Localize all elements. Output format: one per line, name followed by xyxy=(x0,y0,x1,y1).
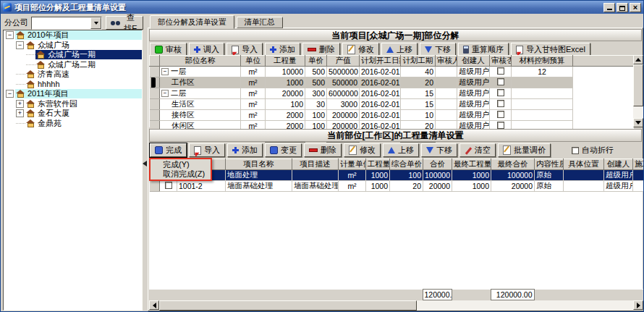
tree-item[interactable]: +金石大厦 xyxy=(4,109,142,119)
table-row[interactable]: −一层m²1000050050000002016-02-0140超级用户12 xyxy=(150,67,634,77)
checkbox-icon[interactable] xyxy=(497,67,504,75)
tab-parts-and-boq[interactable]: 部位分解及清单设置 xyxy=(150,15,234,29)
expander-minus-icon[interactable]: − xyxy=(6,31,14,39)
branch-combobox[interactable] xyxy=(31,17,102,30)
audited-checkbox-cell[interactable] xyxy=(490,88,512,99)
part-name-cell[interactable]: −二层 xyxy=(160,88,241,99)
nature-cell[interactable]: 原始 xyxy=(535,181,564,192)
start-date-cell[interactable]: 2016-02-01 xyxy=(360,77,401,88)
final-qty-cell[interactable]: 1000 xyxy=(452,181,491,192)
duration-cell[interactable]: 20 xyxy=(401,77,436,88)
material-budget-cell[interactable] xyxy=(512,77,573,88)
tree-item[interactable]: −2011年项目 xyxy=(4,89,142,99)
move-up-button[interactable]: 上移 xyxy=(383,143,419,157)
checkbox-icon[interactable] xyxy=(497,122,504,129)
expander-plus-icon[interactable]: + xyxy=(16,109,24,117)
auditor-cell[interactable] xyxy=(436,110,457,121)
price-cell[interactable]: 500 xyxy=(305,67,327,77)
row-indicator[interactable] xyxy=(150,110,160,121)
total-cell[interactable]: 20000 xyxy=(423,181,452,192)
expander-minus-icon[interactable]: − xyxy=(161,90,169,97)
autowrap-checkbox[interactable]: 自动折行 xyxy=(572,145,614,156)
total-cell[interactable]: 100000 xyxy=(423,170,452,181)
modify-button[interactable]: 修改 xyxy=(344,143,381,157)
expander-minus-icon[interactable]: − xyxy=(6,90,14,98)
column-header[interactable]: 最终合价 xyxy=(491,159,535,170)
tree-item[interactable]: 济青高速 xyxy=(4,69,142,80)
material-budget-cell[interactable] xyxy=(512,110,573,121)
column-header[interactable]: 审核人 xyxy=(436,56,457,67)
column-header[interactable]: 具体位置 xyxy=(564,159,604,170)
expander-plus-icon[interactable]: + xyxy=(16,100,24,108)
unit-cell[interactable]: m² xyxy=(241,77,266,88)
audited-checkbox-cell[interactable] xyxy=(490,110,512,121)
auditor-cell[interactable] xyxy=(436,88,457,99)
creator-cell[interactable]: 超级用户 xyxy=(457,88,490,99)
tree-item[interactable]: hhhhh xyxy=(4,80,142,90)
price-cell[interactable]: 300 xyxy=(305,88,327,99)
close-button[interactable]: × xyxy=(630,3,641,12)
duration-cell[interactable]: 10 xyxy=(401,110,436,121)
minimize-button[interactable] xyxy=(603,3,615,12)
final-total-cell[interactable]: 20000 xyxy=(491,181,535,192)
auditor-cell[interactable] xyxy=(436,67,457,77)
import-button[interactable]: 导入 xyxy=(189,143,225,157)
unit-cell[interactable]: m² xyxy=(241,99,266,110)
qty-cell[interactable]: 20000 xyxy=(266,88,305,99)
duration-cell[interactable]: 40 xyxy=(401,67,436,77)
start-date-cell[interactable]: 2016-02-01 xyxy=(360,99,401,110)
auditor-cell[interactable] xyxy=(436,77,457,88)
column-header[interactable]: 创建人 xyxy=(457,56,490,67)
checkbox-icon[interactable] xyxy=(497,100,504,107)
column-header[interactable]: 创建人 xyxy=(604,159,633,170)
delete-button[interactable]: 删除 xyxy=(304,143,342,157)
tree-item[interactable]: +东营软件园 xyxy=(4,99,142,109)
output-cell[interactable]: 5000000 xyxy=(327,67,360,77)
qty-cell[interactable]: 1000 xyxy=(366,170,390,181)
price-cell[interactable]: 100 xyxy=(305,110,327,121)
material-budget-cell[interactable]: 12 xyxy=(512,67,573,77)
column-header[interactable]: 内容性质 xyxy=(535,159,564,170)
maximize-button[interactable] xyxy=(617,3,628,12)
column-header[interactable]: 项目名称 xyxy=(226,159,292,170)
menu-item-finish[interactable]: 完成(Y) xyxy=(151,160,211,169)
part-name-cell[interactable]: 工作区 xyxy=(160,77,241,88)
select-checkbox-cell[interactable] xyxy=(160,181,177,192)
tab-boq-summary[interactable]: 清单汇总 xyxy=(237,17,283,28)
qty-cell[interactable]: 10000 xyxy=(266,67,305,77)
column-header[interactable]: 最终工程量 xyxy=(452,159,491,170)
row-indicator[interactable] xyxy=(150,181,160,192)
scroll-right-button[interactable] xyxy=(633,300,643,310)
material-budget-cell[interactable] xyxy=(512,99,573,110)
checkbox-icon[interactable] xyxy=(497,78,504,85)
column-header[interactable]: 计划开工日期 xyxy=(360,56,401,67)
code-cell[interactable]: 1001-2 xyxy=(177,181,226,192)
row-indicator[interactable] xyxy=(150,99,160,110)
item-desc-cell[interactable]: 墙面基础处理 xyxy=(292,181,339,192)
start-date-cell[interactable]: 2016-02-01 xyxy=(360,67,401,77)
tree-item[interactable]: −众城广场 xyxy=(4,41,142,51)
creator-cell[interactable]: 超级用户 xyxy=(457,110,490,121)
clear-button[interactable]: 清空 xyxy=(459,143,496,157)
column-header[interactable]: 项目描述 xyxy=(292,159,339,170)
column-header[interactable]: 审核否 xyxy=(490,56,512,67)
tree-item[interactable]: 金鼎苑 xyxy=(4,119,142,129)
table-row[interactable]: 工作区m²10005005000002016-02-0120超级用户 xyxy=(150,77,634,88)
creator-cell[interactable]: 超级用户 xyxy=(604,170,633,181)
unit-cell[interactable]: m² xyxy=(339,181,366,192)
column-header[interactable]: 产值 xyxy=(327,56,360,67)
table-row[interactable]: 1001-2墙面基础处理墙面基础处理m²10002020000100020000… xyxy=(150,181,644,192)
start-date-cell[interactable]: 2016-02-01 xyxy=(360,88,401,99)
menu-item-cancel-finish[interactable]: 取消完成(Z) xyxy=(151,169,211,179)
checkbox-icon[interactable] xyxy=(497,111,504,118)
column-header[interactable]: 施工人 xyxy=(633,159,644,170)
price-cell[interactable]: 500 xyxy=(305,77,327,88)
finish-button[interactable]: 完成 xyxy=(150,143,187,157)
move-down-button[interactable]: 下移 xyxy=(421,143,457,157)
builder-cell[interactable] xyxy=(633,181,644,192)
scrollbar-thumb[interactable] xyxy=(159,300,417,311)
table-row[interactable]: 生活区m²1003030002016-02-0115超级用户 xyxy=(150,99,634,110)
row-indicator[interactable] xyxy=(150,67,160,77)
row-indicator[interactable] xyxy=(150,88,160,99)
column-header[interactable]: 工程量 xyxy=(266,56,305,67)
